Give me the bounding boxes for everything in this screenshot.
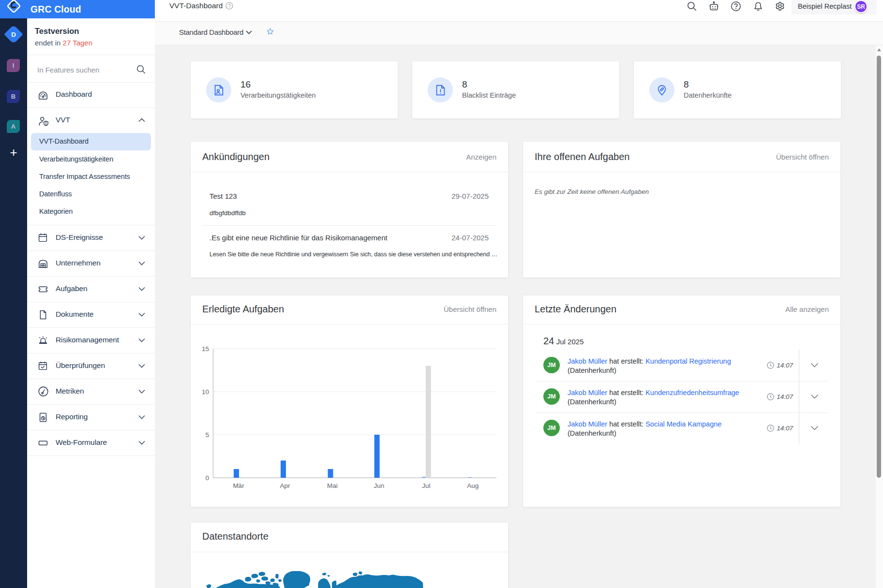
svg-text:Jun: Jun [374,482,385,489]
svg-text:Aug: Aug [467,482,479,489]
svg-text:15: 15 [202,345,209,353]
svg-text:Apr: Apr [280,482,290,489]
svg-text:10: 10 [202,388,209,396]
svg-text:?: ? [228,3,231,9]
svg-text:5: 5 [205,431,209,439]
svg-text:Mai: Mai [327,482,338,489]
svg-text:Mär: Mär [233,482,244,489]
svg-text:Jul: Jul [422,482,430,489]
svg-text:0: 0 [205,474,209,482]
